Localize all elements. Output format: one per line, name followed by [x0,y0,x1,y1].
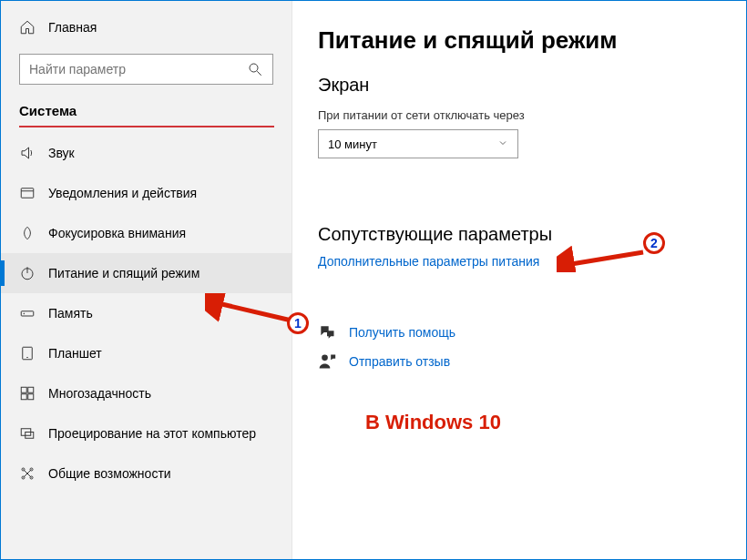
sidebar-item-label: Фокусировка внимания [48,226,186,240]
sidebar-item-label: Общие возможности [48,466,171,481]
tablet-icon [19,345,36,361]
feedback-row[interactable]: Отправить отзыв [318,352,746,371]
sidebar-item-projecting[interactable]: Проецирование на этот компьютер [1,413,292,453]
feedback-link[interactable]: Отправить отзыв [349,354,450,369]
chevron-down-icon [497,137,508,151]
sidebar-item-storage[interactable]: Память [1,293,292,333]
get-help-row[interactable]: Получить помощь [318,323,746,341]
sidebar-item-label: Звук [48,146,75,160]
projecting-icon [19,425,36,442]
sidebar-item-power[interactable]: Питание и спящий режим [1,253,292,293]
feedback-icon [318,352,336,371]
svg-rect-11 [28,387,34,392]
power-icon [19,265,36,281]
sidebar-item-label: Проецирование на этот компьютер [48,426,256,441]
main-panel: Питание и спящий режим Экран При питании… [292,1,746,559]
search-icon [247,61,263,77]
svg-rect-12 [21,394,26,400]
svg-point-22 [322,355,328,361]
svg-rect-6 [21,311,34,316]
sound-icon [19,145,36,161]
notifications-icon [19,185,36,201]
focus-icon [19,225,36,241]
sidebar-item-notifications[interactable]: Уведомления и действия [1,173,292,213]
search-input[interactable] [29,62,247,76]
svg-point-7 [24,313,25,314]
home-icon [19,19,36,36]
svg-point-0 [250,64,258,72]
svg-rect-2 [21,188,34,199]
sidebar-item-shared[interactable]: Общие возможности [1,453,292,494]
help-icon [318,323,336,341]
sidebar-item-label: Питание и спящий режим [48,266,200,280]
page-title: Питание и спящий режим [318,26,746,55]
svg-line-1 [257,71,261,76]
screen-off-label: При питании от сети отключать через [318,108,746,122]
screen-section-title: Экран [318,75,746,96]
annotation-caption: В Windows 10 [365,411,501,434]
search-box[interactable] [19,54,273,85]
multitask-icon [19,385,36,402]
sidebar: Главная Система Звук Уведомления и дейст… [1,1,292,559]
home-label: Главная [48,20,97,35]
sidebar-item-label: Многозадачность [48,386,151,401]
dropdown-value: 10 минут [328,137,377,151]
sidebar-item-focus[interactable]: Фокусировка внимания [1,213,292,253]
nav-list: Звук Уведомления и действия Фокусировка … [1,133,292,494]
category-header: Система [1,99,292,124]
annotation-underline [19,126,274,127]
sidebar-item-label: Планшет [48,346,102,361]
sidebar-item-tablet[interactable]: Планшет [1,333,292,373]
sidebar-item-multitask[interactable]: Многозадачность [1,373,292,413]
sidebar-item-label: Уведомления и действия [48,186,197,200]
home-button[interactable]: Главная [1,10,292,45]
sidebar-item-label: Память [48,306,93,321]
shared-icon [19,465,36,482]
related-section-title: Сопутствующие параметры [318,224,746,245]
storage-icon [19,305,36,321]
screen-off-dropdown[interactable]: 10 минут [318,129,518,158]
svg-rect-10 [21,387,26,392]
get-help-link[interactable]: Получить помощь [349,325,455,340]
svg-rect-13 [28,394,34,400]
additional-power-link[interactable]: Дополнительные параметры питания [318,254,746,269]
sidebar-item-sound[interactable]: Звук [1,133,292,173]
